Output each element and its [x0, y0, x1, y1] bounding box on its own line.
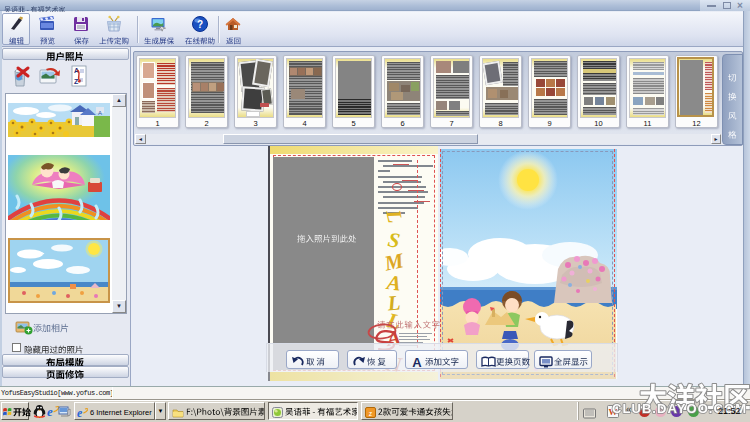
svg-text:A: A	[412, 356, 422, 368]
svg-text:z: z	[369, 410, 373, 417]
svg-text:e: e	[77, 407, 83, 419]
svg-text:e: e	[47, 405, 53, 418]
svg-text:A: A	[98, 110, 102, 116]
svg-text:?: ?	[197, 19, 203, 30]
